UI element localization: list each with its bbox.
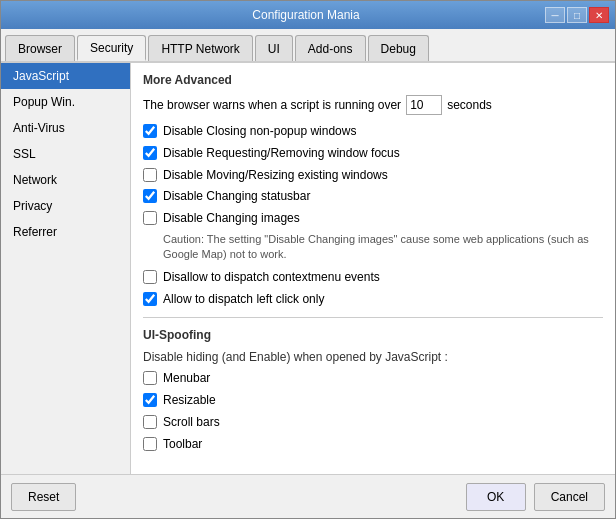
checkbox-statusbar-label[interactable]: Disable Changing statusbar bbox=[163, 188, 310, 205]
footer-right: OK Cancel bbox=[466, 483, 605, 511]
checkbox-leftclick-input[interactable] bbox=[143, 292, 157, 306]
checkbox-leftclick: Allow to dispatch left click only bbox=[143, 291, 603, 308]
checkbox-scrollbars-input[interactable] bbox=[143, 415, 157, 429]
checkbox-resizable-input[interactable] bbox=[143, 393, 157, 407]
tab-ui[interactable]: UI bbox=[255, 35, 293, 61]
checkbox-focus: Disable Requesting/Removing window focus bbox=[143, 145, 603, 162]
checkbox-statusbar: Disable Changing statusbar bbox=[143, 188, 603, 205]
cancel-button[interactable]: Cancel bbox=[534, 483, 605, 511]
sidebar-item-javascript[interactable]: JavaScript bbox=[1, 63, 130, 89]
script-timeout-label: The browser warns when a script is runni… bbox=[143, 98, 401, 112]
script-timeout-suffix: seconds bbox=[447, 98, 492, 112]
checkbox-resizable-label[interactable]: Resizable bbox=[163, 392, 216, 409]
checkbox-contextmenu-input[interactable] bbox=[143, 270, 157, 284]
checkbox-toolbar-input[interactable] bbox=[143, 437, 157, 451]
checkbox-scrollbars-label[interactable]: Scroll bars bbox=[163, 414, 220, 431]
checkbox-leftclick-label[interactable]: Allow to dispatch left click only bbox=[163, 291, 324, 308]
ok-button[interactable]: OK bbox=[466, 483, 526, 511]
checkbox-move-input[interactable] bbox=[143, 168, 157, 182]
checkbox-statusbar-input[interactable] bbox=[143, 189, 157, 203]
checkbox-move-label[interactable]: Disable Moving/Resizing existing windows bbox=[163, 167, 388, 184]
checkbox-contextmenu: Disallow to dispatch contextmenu events bbox=[143, 269, 603, 286]
checkbox-toolbar: Toolbar bbox=[143, 436, 603, 453]
window-title: Configuration Mania bbox=[67, 8, 545, 22]
section-advanced-title: More Advanced bbox=[143, 73, 603, 87]
checkbox-menubar-label[interactable]: Menubar bbox=[163, 370, 210, 387]
minimize-button[interactable]: ─ bbox=[545, 7, 565, 23]
sidebar-item-network[interactable]: Network bbox=[1, 167, 130, 193]
sidebar-item-ssl[interactable]: SSL bbox=[1, 141, 130, 167]
section-divider bbox=[143, 317, 603, 318]
close-button[interactable]: ✕ bbox=[589, 7, 609, 23]
reset-button[interactable]: Reset bbox=[11, 483, 76, 511]
checkbox-toolbar-label[interactable]: Toolbar bbox=[163, 436, 202, 453]
checkbox-menubar-input[interactable] bbox=[143, 371, 157, 385]
tabs-bar: Browser Security HTTP Network UI Add-ons… bbox=[1, 29, 615, 63]
tab-addons[interactable]: Add-ons bbox=[295, 35, 366, 61]
sidebar-item-privacy[interactable]: Privacy bbox=[1, 193, 130, 219]
sidebar-item-antivirus[interactable]: Anti-Virus bbox=[1, 115, 130, 141]
tab-security[interactable]: Security bbox=[77, 35, 146, 61]
script-timeout-input[interactable] bbox=[406, 95, 442, 115]
checkbox-focus-label[interactable]: Disable Requesting/Removing window focus bbox=[163, 145, 400, 162]
checkbox-images: Disable Changing images bbox=[143, 210, 603, 227]
footer: Reset OK Cancel bbox=[1, 474, 615, 518]
checkbox-close-nonpopup-label[interactable]: Disable Closing non-popup windows bbox=[163, 123, 356, 140]
sidebar: JavaScript Popup Win. Anti-Virus SSL Net… bbox=[1, 63, 131, 474]
checkbox-images-label[interactable]: Disable Changing images bbox=[163, 210, 300, 227]
script-timeout-row: The browser warns when a script is runni… bbox=[143, 95, 603, 115]
caution-text: Caution: The setting "Disable Changing i… bbox=[163, 232, 603, 263]
checkbox-scrollbars: Scroll bars bbox=[143, 414, 603, 431]
section-ui-spoofing-subtitle: Disable hiding (and Enable) when opened … bbox=[143, 350, 603, 364]
checkbox-resizable: Resizable bbox=[143, 392, 603, 409]
tab-debug[interactable]: Debug bbox=[368, 35, 429, 61]
title-bar: Configuration Mania ─ □ ✕ bbox=[1, 1, 615, 29]
title-controls: ─ □ ✕ bbox=[545, 7, 609, 23]
checkbox-close-nonpopup-input[interactable] bbox=[143, 124, 157, 138]
checkbox-images-input[interactable] bbox=[143, 211, 157, 225]
checkbox-contextmenu-label[interactable]: Disallow to dispatch contextmenu events bbox=[163, 269, 380, 286]
section-ui-spoofing-title: UI-Spoofing bbox=[143, 328, 603, 342]
checkbox-focus-input[interactable] bbox=[143, 146, 157, 160]
checkbox-close-nonpopup: Disable Closing non-popup windows bbox=[143, 123, 603, 140]
tab-browser[interactable]: Browser bbox=[5, 35, 75, 61]
main-content: JavaScript Popup Win. Anti-Virus SSL Net… bbox=[1, 63, 615, 474]
content-scroll[interactable]: More Advanced The browser warns when a s… bbox=[131, 63, 615, 474]
content-area: More Advanced The browser warns when a s… bbox=[131, 63, 615, 474]
sidebar-item-referrer[interactable]: Referrer bbox=[1, 219, 130, 245]
checkbox-menubar: Menubar bbox=[143, 370, 603, 387]
checkbox-move: Disable Moving/Resizing existing windows bbox=[143, 167, 603, 184]
maximize-button[interactable]: □ bbox=[567, 7, 587, 23]
tab-http[interactable]: HTTP Network bbox=[148, 35, 252, 61]
sidebar-item-popup[interactable]: Popup Win. bbox=[1, 89, 130, 115]
main-window: Configuration Mania ─ □ ✕ Browser Securi… bbox=[0, 0, 616, 519]
